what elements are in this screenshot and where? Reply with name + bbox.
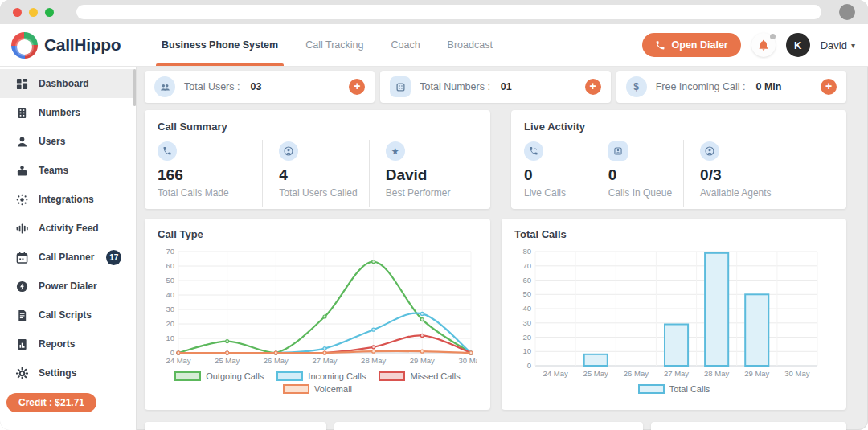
legend-item[interactable]: Incoming Calls	[276, 371, 366, 381]
sidebar-item-dashboard[interactable]: Dashboard	[0, 69, 136, 98]
url-bar[interactable]	[76, 5, 821, 19]
browser-profile-icon[interactable]	[839, 4, 855, 20]
cutoff-card	[334, 422, 643, 430]
sidebar-item-power-dialer[interactable]: Power Dialer	[0, 272, 136, 301]
legend-item[interactable]: Outgoing Calls	[174, 371, 264, 381]
phone-icon	[655, 40, 665, 51]
svg-text:10: 10	[522, 346, 531, 355]
stat-label: Best Performer	[386, 187, 466, 199]
tab-call-tracking[interactable]: Call Tracking	[292, 24, 377, 66]
stat-card-row: Total Users : 03 + Total Numbers : 01 + …	[145, 71, 846, 103]
legend-label: Missed Calls	[410, 371, 460, 381]
svg-text:80: 80	[522, 247, 531, 256]
card-title: Live Activity	[524, 121, 833, 133]
legend-swatch	[276, 371, 303, 381]
sidebar-item-label: Call Planner	[39, 252, 94, 263]
legend-item[interactable]: Missed Calls	[379, 371, 460, 381]
legend-label: Incoming Calls	[308, 371, 366, 381]
svg-text:29 May: 29 May	[744, 369, 769, 378]
cutoff-card	[651, 422, 846, 430]
tab-label: Business Phone System	[162, 39, 278, 51]
sidebar-item-call-scripts[interactable]: Call Scripts	[0, 301, 136, 330]
svg-text:28 May: 28 May	[361, 356, 386, 365]
tab-label: Broadcast	[448, 39, 493, 51]
svg-text:30 May: 30 May	[458, 356, 477, 365]
callhippo-logo[interactable]: CallHippo	[0, 24, 148, 66]
stat-label: Live Calls	[524, 187, 580, 199]
add-user-button[interactable]: +	[349, 79, 365, 95]
add-minutes-button[interactable]: +	[821, 79, 837, 95]
minimize-window-button[interactable]	[29, 8, 38, 17]
main-content: Total Users : 03 + Total Numbers : 01 + …	[137, 66, 868, 430]
sidebar-item-label: Numbers	[39, 107, 80, 118]
sidebar-item-reports[interactable]: Reports	[0, 330, 136, 358]
sidebar-item-label: Call Scripts	[39, 309, 92, 321]
legend-swatch	[638, 384, 665, 394]
stat-label: Total Users Called	[279, 187, 357, 199]
maximize-window-button[interactable]	[45, 8, 54, 17]
chart-title: Call Type	[158, 228, 477, 240]
sidebar-item-settings[interactable]: Settings	[0, 358, 136, 387]
sidebar-item-label: Reports	[39, 338, 75, 350]
settings-icon	[16, 367, 28, 379]
svg-text:60: 60	[166, 261, 174, 270]
legend-label: Voicemail	[314, 384, 352, 394]
live-calls-stat: 0 Live Calls	[524, 140, 592, 207]
team-icon	[154, 76, 175, 97]
tab-broadcast[interactable]: Broadcast	[434, 24, 506, 66]
cutoff-card	[145, 422, 326, 430]
star-icon: ★	[386, 141, 405, 161]
sidebar-item-activity-feed[interactable]: Activity Feed	[0, 214, 136, 243]
svg-text:70: 70	[166, 247, 174, 256]
stat-label: Calls In Queue	[608, 187, 672, 199]
reports-icon	[16, 338, 28, 350]
user-avatar[interactable]: K	[786, 33, 810, 57]
credit-badge[interactable]: Credit : $21.71	[6, 393, 96, 412]
tab-coach[interactable]: Coach	[377, 24, 433, 66]
svg-text:40: 40	[522, 304, 531, 313]
legend-swatch	[379, 371, 405, 381]
user-circle-icon	[279, 141, 298, 161]
chart-title: Total Calls	[514, 228, 833, 240]
notification-dot	[770, 34, 776, 39]
legend-swatch	[283, 384, 309, 394]
sidebar-item-numbers[interactable]: Numbers	[0, 98, 136, 127]
call-summary-card: Call Summary 166 Total Calls Made	[145, 110, 490, 209]
stat-value: David	[386, 166, 466, 184]
open-dialer-label: Open Dialer	[672, 39, 728, 51]
total-calls-made-stat: 166 Total Calls Made	[158, 140, 263, 207]
notifications-button[interactable]	[751, 33, 776, 57]
browser-window: CallHippo Business Phone System Call Tra…	[0, 0, 868, 430]
sidebar-item-users[interactable]: Users	[0, 127, 136, 156]
total-calls-card: Total Calls 0102030405060708024 May25 Ma…	[502, 219, 846, 410]
svg-text:26 May: 26 May	[264, 356, 289, 365]
add-number-button[interactable]: +	[585, 79, 601, 95]
svg-text:50: 50	[522, 289, 531, 298]
stat-value: 01	[501, 81, 512, 92]
stat-label: Total Numbers :	[420, 81, 490, 92]
stat-label: Total Calls Made	[158, 187, 251, 199]
sidebar-item-teams[interactable]: Teams	[0, 156, 136, 185]
sidebar-item-call-planner[interactable]: Call Planner 17	[0, 243, 136, 272]
header-actions: Open Dialer K David ▾	[642, 24, 868, 66]
close-window-button[interactable]	[13, 8, 22, 17]
numbers-book-icon	[390, 76, 411, 97]
sidebar-item-integrations[interactable]: Integrations	[0, 185, 136, 214]
legend-label: Outgoing Calls	[206, 371, 264, 381]
legend-item[interactable]: Voicemail	[283, 384, 352, 394]
free-incoming-call-card: $ Free Incoming Call : 0 Min +	[616, 71, 846, 103]
svg-text:30 May: 30 May	[784, 369, 809, 378]
total-numbers-card: Total Numbers : 01 +	[380, 71, 610, 103]
scrollbar-thumb[interactable]	[133, 69, 136, 106]
card-title: Call Summary	[158, 121, 477, 133]
svg-text:29 May: 29 May	[410, 356, 435, 365]
call-type-chart: 01020304050607024 May25 May26 May27 May2…	[158, 245, 477, 367]
stat-label: Available Agents	[700, 187, 822, 199]
sidebar-item-label: Integrations	[39, 194, 94, 205]
callhippo-logo-icon	[11, 32, 38, 59]
open-dialer-button[interactable]: Open Dialer	[642, 33, 741, 57]
user-menu[interactable]: David ▾	[821, 39, 855, 51]
tab-business-phone-system[interactable]: Business Phone System	[148, 24, 292, 66]
legend-item[interactable]: Total Calls	[638, 384, 710, 394]
stat-value: 0 Min	[756, 81, 782, 92]
